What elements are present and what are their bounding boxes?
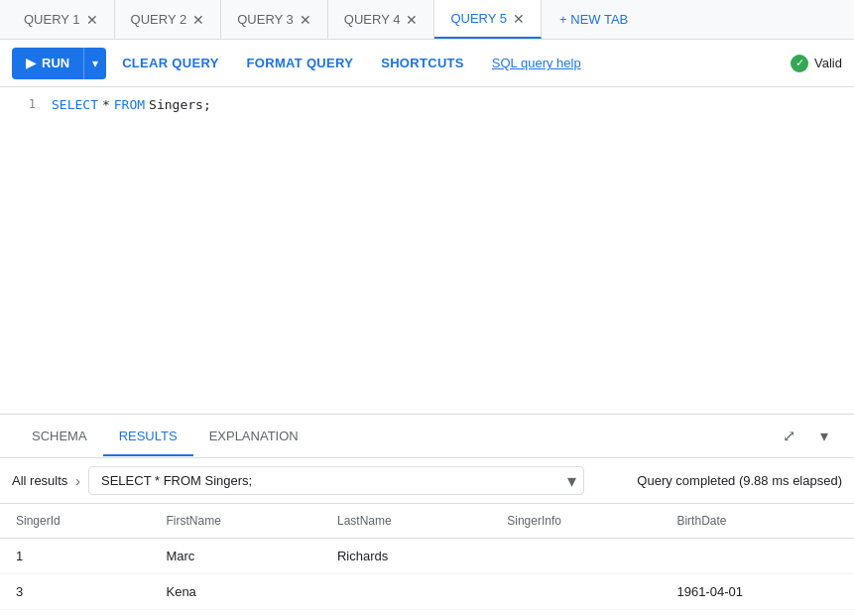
shortcuts-button[interactable]: SHORTCUTS [369,50,476,76]
tab-query4-close[interactable]: ✕ [406,13,418,27]
tab-results-label: RESULTS [119,429,178,443]
tab-bar: QUERY 1 ✕ QUERY 2 ✕ QUERY 3 ✕ QUERY 4 ✕ … [0,0,854,40]
keyword-select: SELECT [52,95,98,116]
collapse-icon[interactable]: ▾ [810,423,838,450]
editor-content[interactable]: SELECT * FROM Singers; [48,87,854,414]
tab-explanation-label: EXPLANATION [209,429,299,443]
table-cell [661,539,854,574]
results-table: SingerId FirstName LastName SingerInfo B… [0,504,854,610]
table-row: 1MarcRichards [0,539,854,574]
results-table-wrapper: SingerId FirstName LastName SingerInfo B… [0,504,854,610]
table-cell: 1 [0,539,150,574]
tab-query5-close[interactable]: ✕ [513,12,525,26]
col-header-birthdate: BirthDate [661,504,854,539]
col-header-firstname: FirstName [150,504,321,539]
keyword-from: FROM [114,95,145,116]
expand-icon[interactable]: ⤢ [775,423,802,450]
clear-query-button[interactable]: CLEAR QUERY [110,50,230,76]
results-panel: SCHEMA RESULTS EXPLANATION ⤢ ▾ All resul… [0,415,854,610]
table-header-row: SingerId FirstName LastName SingerInfo B… [0,504,854,539]
valid-label: Valid [814,56,842,70]
tab-query4[interactable]: QUERY 4 ✕ [328,0,435,39]
panel-tabs: SCHEMA RESULTS EXPLANATION ⤢ ▾ [0,415,854,458]
col-header-lastname: LastName [321,504,491,539]
query-select-wrapper: SELECT * FROM Singers; ▾ [88,466,584,495]
tab-query2[interactable]: QUERY 2 ✕ [115,0,222,39]
run-dropdown-arrow[interactable]: ▾ [84,48,106,79]
query-status: Query completed (9.88 ms elapsed) [637,473,842,488]
tab-schema[interactable]: SCHEMA [16,417,103,455]
run-button-group[interactable]: ▶ RUN ▾ [12,48,106,79]
sql-help-link[interactable]: SQL query help [480,50,593,76]
panel-tab-actions: ⤢ ▾ [775,423,838,450]
tab-explanation[interactable]: EXPLANATION [193,417,314,455]
toolbar: ▶ RUN ▾ CLEAR QUERY FORMAT QUERY SHORTCU… [0,40,854,87]
sql-editor[interactable]: 1 SELECT * FROM Singers; [0,87,854,415]
tab-query5[interactable]: QUERY 5 ✕ [434,0,542,39]
table-cell: 3 [0,574,150,610]
code-table: Singers; [149,95,211,116]
col-header-singerid: SingerId [0,504,150,539]
line-numbers: 1 [0,87,48,414]
tab-query3-label: QUERY 3 [237,12,294,27]
tab-schema-label: SCHEMA [32,429,87,443]
table-cell: Richards [321,539,491,574]
tab-results[interactable]: RESULTS [103,417,193,455]
code-line-1: SELECT * FROM Singers; [52,95,850,116]
all-results-bar: All results › SELECT * FROM Singers; ▾ Q… [0,458,854,504]
table-cell: 1961-04-01 [661,574,854,610]
query-select[interactable]: SELECT * FROM Singers; [88,466,584,495]
tab-query2-label: QUERY 2 [131,12,187,27]
run-button[interactable]: ▶ RUN [12,48,84,79]
table-cell: Kena [150,574,321,610]
valid-badge: ✓ Valid [791,55,842,72]
tab-query3-close[interactable]: ✕ [300,13,311,27]
all-results-chevron[interactable]: › [75,473,80,489]
valid-icon: ✓ [791,55,808,72]
table-cell [321,574,491,610]
new-tab-label: + NEW TAB [559,12,628,27]
tab-query3[interactable]: QUERY 3 ✕ [221,0,328,39]
run-label: RUN [42,56,69,70]
tab-query4-label: QUERY 4 [344,12,401,27]
table-cell: Marc [150,539,321,574]
table-row: 3Kena1961-04-01 [0,574,854,610]
tab-query1[interactable]: QUERY 1 ✕ [8,0,115,39]
line-number-1: 1 [0,95,36,114]
new-tab-button[interactable]: + NEW TAB [549,8,638,31]
tab-query1-label: QUERY 1 [24,12,80,27]
tab-query1-close[interactable]: ✕ [86,13,98,27]
table-cell [491,574,661,610]
code-star: * [102,95,110,116]
play-icon: ▶ [26,56,36,70]
all-results-label: All results [12,473,67,488]
format-query-button[interactable]: FORMAT QUERY [235,50,366,76]
tab-query2-close[interactable]: ✕ [192,13,204,27]
col-header-singerinfo: SingerInfo [491,504,661,539]
table-cell [491,539,661,574]
tab-query5-label: QUERY 5 [450,11,507,26]
